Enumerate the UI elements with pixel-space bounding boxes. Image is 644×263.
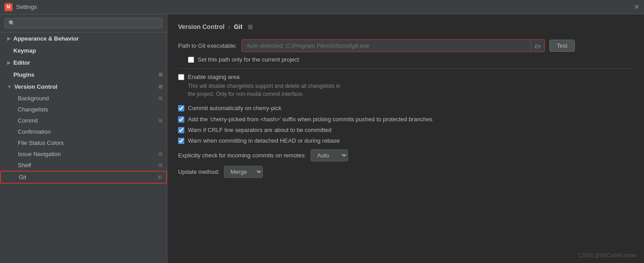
path-browse-button[interactable]: 🗁 bbox=[531, 41, 544, 51]
sidebar-item-label-editor: Editor bbox=[13, 59, 30, 66]
sidebar-item-confirmation[interactable]: Confirmation bbox=[0, 126, 167, 137]
breadcrumb-current: Git bbox=[234, 23, 242, 30]
sidebar-item-label-commit: Commit bbox=[18, 117, 38, 124]
sidebar-item-git[interactable]: Git ⊞ bbox=[0, 171, 167, 184]
sidebar-item-label-appearance: Appearance & Behavior bbox=[13, 35, 79, 42]
detached-head-label[interactable]: Warn when committing in detached HEAD or… bbox=[188, 137, 340, 145]
update-method-row: Update method: Merge Rebase bbox=[178, 166, 633, 178]
detached-head-checkbox[interactable] bbox=[178, 138, 184, 144]
sidebar-item-plugins[interactable]: ▶ Plugins ⊞ bbox=[0, 69, 167, 81]
sidebar-item-label-confirmation: Confirmation bbox=[18, 128, 51, 135]
cherry-picked-suffix-label[interactable]: Add the 'cherry-picked from <hash>' suff… bbox=[188, 115, 432, 123]
cherry-pick-label[interactable]: Commit automatically on cherry-pick bbox=[188, 104, 282, 112]
path-input[interactable] bbox=[242, 40, 531, 52]
search-input[interactable] bbox=[4, 18, 162, 29]
crlf-label[interactable]: Warn if CRLF line separators are about t… bbox=[188, 126, 332, 134]
sidebar-item-changelists[interactable]: Changelists bbox=[0, 104, 167, 115]
expand-arrow-appearance: ▶ bbox=[7, 36, 11, 41]
path-label: Path to Git executable: bbox=[178, 42, 237, 49]
current-project-label[interactable]: Set this path only for the current proje… bbox=[198, 56, 299, 64]
title-bar: M Settings ✕ bbox=[0, 0, 644, 14]
staging-area-label[interactable]: Enable staging area bbox=[188, 74, 240, 80]
crlf-row: Warn if CRLF line separators are about t… bbox=[178, 126, 633, 134]
breadcrumb-grid-icon: ⊞ bbox=[248, 23, 253, 30]
close-button[interactable]: ✕ bbox=[634, 3, 640, 11]
incoming-commits-label: Explicitly check for incoming commits on… bbox=[178, 152, 306, 159]
current-project-checkbox[interactable] bbox=[188, 57, 194, 63]
sidebar-item-appearance[interactable]: ▶ Appearance & Behavior bbox=[0, 33, 167, 45]
update-method-select[interactable]: Merge Rebase bbox=[224, 166, 263, 178]
crlf-checkbox[interactable] bbox=[178, 127, 184, 133]
sidebar-item-label-file-status-colors: File Status Colors bbox=[18, 140, 64, 146]
sidebar-item-label-background: Background bbox=[18, 95, 49, 102]
sidebar-item-editor[interactable]: ▶ Editor bbox=[0, 57, 167, 69]
cherry-pick-checkbox[interactable] bbox=[178, 105, 184, 111]
update-method-label: Update method: bbox=[178, 168, 220, 175]
sidebar: ▶ Appearance & Behavior ▶ Keymap ▶ Edito… bbox=[0, 14, 167, 263]
grid-icon-commit: ⊞ bbox=[158, 118, 162, 123]
sidebar-item-label-plugins: Plugins bbox=[13, 71, 34, 78]
window-title: Settings bbox=[16, 4, 37, 10]
expand-arrow-vc: ▼ bbox=[7, 84, 12, 89]
cherry-picked-suffix-checkbox[interactable] bbox=[178, 116, 184, 123]
sidebar-item-version-control[interactable]: ▼ Version Control ⊞ bbox=[0, 81, 167, 93]
sidebar-item-label-issue-navigation: Issue Navigation bbox=[18, 151, 61, 157]
right-panel: Version Control › Git ⊞ Path to Git exec… bbox=[167, 14, 644, 263]
sidebar-item-file-status-colors[interactable]: File Status Colors bbox=[0, 137, 167, 148]
sidebar-item-label-changelists: Changelists bbox=[18, 106, 48, 113]
incoming-commits-row: Explicitly check for incoming commits on… bbox=[178, 149, 633, 161]
search-box bbox=[0, 14, 167, 33]
sidebar-item-shelf[interactable]: Shelf ⊞ bbox=[0, 160, 167, 171]
incoming-commits-select[interactable]: Auto Always Never bbox=[311, 149, 348, 161]
breadcrumb-separator: › bbox=[228, 23, 230, 30]
path-form-row: Path to Git executable: 🗁 Test bbox=[178, 39, 633, 52]
watermark: CSDN @GitCodeFarmer bbox=[578, 252, 637, 259]
sidebar-item-commit[interactable]: Commit ⊞ bbox=[0, 115, 167, 126]
grid-icon-issue-navigation: ⊞ bbox=[158, 151, 162, 157]
grid-icon-shelf: ⊞ bbox=[158, 162, 162, 168]
cherry-picked-suffix-row: Add the 'cherry-picked from <hash>' suff… bbox=[178, 115, 633, 123]
grid-icon-vc: ⊞ bbox=[158, 84, 162, 90]
divider-1 bbox=[178, 68, 633, 69]
staging-area-note: This will disable changelists support an… bbox=[188, 82, 341, 98]
main-content: ▶ Appearance & Behavior ▶ Keymap ▶ Edito… bbox=[0, 14, 644, 263]
grid-icon-plugins: ⊞ bbox=[158, 72, 162, 78]
expand-arrow-editor: ▶ bbox=[7, 60, 11, 65]
path-input-wrapper: 🗁 bbox=[241, 39, 545, 52]
test-button[interactable]: Test bbox=[549, 40, 575, 52]
breadcrumb: Version Control › Git ⊞ bbox=[178, 23, 633, 30]
staging-area-row: Enable staging area This will disable ch… bbox=[178, 73, 633, 102]
cherry-pick-row: Commit automatically on cherry-pick bbox=[178, 104, 633, 112]
sidebar-item-issue-navigation[interactable]: Issue Navigation ⊞ bbox=[0, 148, 167, 160]
sidebar-item-background[interactable]: Background ⊞ bbox=[0, 93, 167, 104]
sidebar-item-label-version-control: Version Control bbox=[14, 83, 58, 90]
staging-area-content: Enable staging area This will disable ch… bbox=[188, 73, 341, 102]
app-icon: M bbox=[4, 3, 12, 11]
sidebar-item-label-keymap: Keymap bbox=[13, 47, 36, 54]
detached-head-row: Warn when committing in detached HEAD or… bbox=[178, 137, 633, 145]
current-project-row: Set this path only for the current proje… bbox=[178, 56, 633, 64]
sidebar-item-keymap[interactable]: ▶ Keymap bbox=[0, 45, 167, 57]
staging-area-checkbox[interactable] bbox=[178, 74, 184, 80]
breadcrumb-parent: Version Control bbox=[178, 23, 224, 30]
sidebar-item-label-shelf: Shelf bbox=[18, 162, 31, 168]
grid-icon-git: ⊞ bbox=[158, 174, 162, 180]
sidebar-item-label-git: Git bbox=[19, 174, 26, 181]
grid-icon-background: ⊞ bbox=[158, 95, 162, 101]
